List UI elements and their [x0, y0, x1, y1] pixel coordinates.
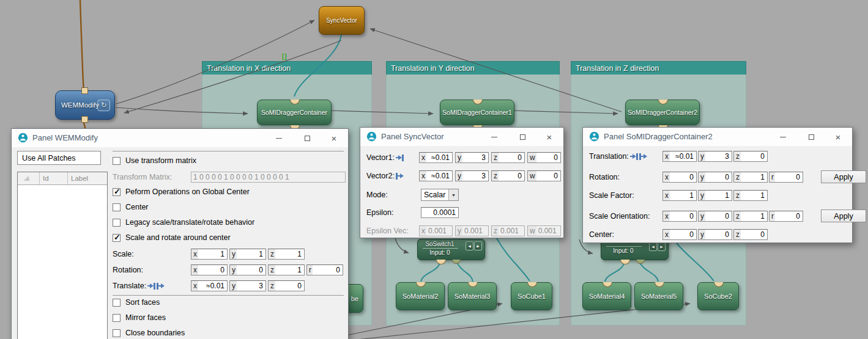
vector2-x-field[interactable]: x≈0.01	[419, 170, 453, 181]
translation-z-field[interactable]: z0	[733, 151, 768, 162]
node-material2[interactable]: SoMaterial2	[396, 282, 445, 310]
maximize-button[interactable]	[804, 131, 818, 142]
vector1-w-field[interactable]: w0	[527, 152, 561, 163]
group-header[interactable]: Translation in Y direction	[386, 61, 560, 75]
scale-x-field[interactable]: x1	[191, 249, 228, 260]
node-dragger1[interactable]: SoMIDraggerContainer1	[440, 100, 514, 125]
input-connector[interactable]	[81, 87, 88, 94]
group-header[interactable]: Translation in X direction	[202, 61, 372, 75]
vector1-z-field[interactable]: z0	[491, 152, 525, 163]
checkbox[interactable]	[113, 299, 121, 307]
node-wemmodify[interactable]: WEMModify ↻	[55, 90, 115, 120]
titlebar[interactable]: Panel SoMIDraggerContainer2 ×	[583, 128, 852, 146]
maximize-button[interactable]	[300, 133, 314, 144]
scale-orientation-x-field[interactable]: x0	[662, 211, 697, 222]
checkbox-close-boundaries[interactable]: Close boundaries	[113, 329, 185, 337]
mode-dropdown[interactable]: Scalar ▼	[421, 189, 459, 201]
vector2-z-field[interactable]: z0	[491, 170, 525, 181]
vector2-y-field[interactable]: y3	[455, 170, 489, 181]
checkbox[interactable]	[113, 203, 121, 211]
minimize-button[interactable]	[776, 131, 790, 142]
input-connector[interactable]	[527, 282, 537, 287]
center-x-field[interactable]: x0	[662, 229, 697, 240]
checkbox[interactable]	[113, 219, 121, 227]
node-dragger0[interactable]: SoMIDraggerContainer	[257, 100, 332, 125]
apply-scale-orientation-button[interactable]: Apply	[821, 210, 866, 222]
label-column-header[interactable]: Label	[68, 172, 107, 184]
vector1-x-field[interactable]: x≈0.01	[419, 152, 453, 163]
center-z-field[interactable]: z0	[733, 229, 768, 240]
input-connector[interactable]	[658, 100, 668, 104]
checkbox[interactable]	[113, 314, 121, 322]
minimize-button[interactable]	[488, 131, 501, 142]
translate-z-field[interactable]: z0	[268, 280, 305, 291]
scale-z-field[interactable]: z1	[268, 249, 305, 260]
checkbox[interactable]	[113, 188, 121, 196]
checkbox-scale-rotate-center[interactable]: Scale and rotate around center	[113, 233, 231, 242]
input-connector[interactable]	[468, 282, 478, 287]
node-cube1[interactable]: SoCube1	[511, 282, 552, 310]
checkbox-center[interactable]: Center	[113, 203, 149, 211]
translate-y-field[interactable]: y3	[229, 280, 266, 291]
scale-orientation-z-field[interactable]: z1	[733, 211, 768, 222]
checkbox-global-center[interactable]: Peform Operations on Global Center	[113, 188, 250, 196]
prev-input-button[interactable]: ◀	[466, 241, 473, 250]
rotation-z-field[interactable]: z1	[268, 264, 305, 275]
prev-input-button[interactable]: ◀	[649, 242, 657, 251]
reload-icon[interactable]: ↻	[97, 100, 110, 111]
input-connector[interactable]	[714, 282, 724, 287]
chevron-down-icon[interactable]: ▼	[448, 189, 458, 200]
input-connector[interactable]	[416, 282, 426, 287]
checkbox-sort-faces[interactable]: Sort faces	[113, 298, 160, 307]
titlebar[interactable]: Panel WEMModify ×	[12, 129, 348, 147]
scale-y-field[interactable]: y1	[229, 249, 266, 260]
vector2-w-field[interactable]: w0	[527, 170, 561, 181]
node-cube2[interactable]: SoCube2	[697, 282, 739, 310]
scale-factor-z-field[interactable]: z1	[733, 190, 768, 201]
input-connector[interactable]	[655, 282, 664, 287]
output-connector[interactable]	[81, 116, 88, 123]
id-column-header[interactable]: Id	[40, 172, 68, 184]
input-connector[interactable]	[473, 100, 483, 104]
center-y-field[interactable]: y0	[698, 229, 732, 240]
vector1-y-field[interactable]: y3	[455, 152, 489, 163]
rotation-x-field[interactable]: x0	[662, 172, 697, 183]
rotation-y-field[interactable]: y0	[229, 264, 266, 275]
panel-syncvector[interactable]: Panel SyncVector × Vector1: x≈0.01 y3 z0…	[360, 127, 564, 238]
scale-factor-x-field[interactable]: x1	[662, 190, 697, 201]
rotation-x-field[interactable]: x0	[191, 264, 228, 275]
patches-table[interactable]: Id Label	[17, 172, 108, 339]
node-material5[interactable]: SoMaterial5	[634, 282, 683, 310]
panel-wemmodify[interactable]: Panel WEMModify × Use All Patches Id Lab…	[11, 128, 349, 339]
minimize-button[interactable]	[272, 133, 286, 144]
panel-dragger2[interactable]: Panel SoMIDraggerContainer2 × Translatio…	[582, 127, 853, 243]
close-button[interactable]: ×	[327, 133, 341, 144]
checkbox-use-transform-matrix[interactable]: Use transform matrix	[113, 156, 196, 165]
rotation-y-field[interactable]: y0	[698, 172, 732, 183]
translation-x-field[interactable]: x≈0.01	[662, 151, 697, 162]
scale-factor-y-field[interactable]: y1	[698, 190, 732, 201]
close-button[interactable]: ×	[831, 131, 845, 142]
epsilon-field[interactable]: 0.0001	[421, 207, 459, 218]
node-material3[interactable]: SoMaterial3	[448, 282, 497, 310]
rotation-r-field[interactable]: r0	[306, 264, 343, 275]
next-input-button[interactable]: ▶	[474, 241, 482, 250]
checkbox-mirror-faces[interactable]: Mirror faces	[113, 313, 166, 322]
input-connector[interactable]	[290, 100, 300, 104]
translation-y-field[interactable]: y3	[698, 151, 732, 162]
tab-use-all-patches[interactable]: Use All Patches	[17, 151, 101, 165]
node-material4[interactable]: SoMaterial4	[582, 282, 631, 310]
maximize-button[interactable]	[516, 131, 529, 142]
rotation-z-field[interactable]: z1	[733, 172, 768, 183]
node-switch1[interactable]: SoSwitch1 Input: 0 ◀ ▶	[417, 239, 485, 260]
input-connector[interactable]	[603, 282, 612, 287]
checkbox[interactable]	[113, 329, 121, 337]
translate-x-field[interactable]: x≈0.01	[191, 280, 228, 291]
checkbox[interactable]	[113, 157, 121, 165]
node-graph-canvas[interactable]: Translation in X direction Translation i…	[0, 0, 868, 339]
sort-column-header[interactable]	[18, 172, 40, 184]
close-button[interactable]: ×	[543, 131, 556, 142]
node-syncvector[interactable]: SyncVector	[319, 6, 365, 35]
rotation-r-field[interactable]: r0	[769, 172, 803, 183]
node-dragger2[interactable]: SoMIDraggerContainer2	[625, 100, 700, 125]
